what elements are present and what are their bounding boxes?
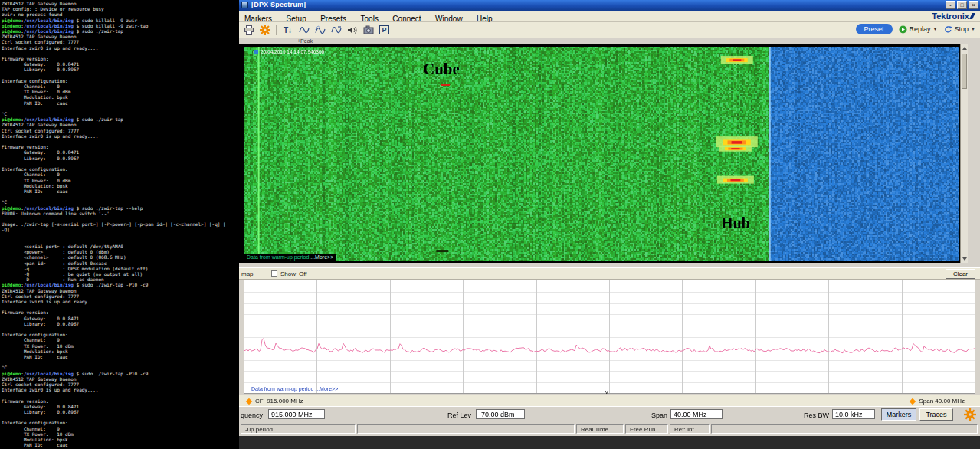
statusbar-ref: Ref: Int <box>670 424 710 434</box>
statusbar-run-mode: Free Run <box>625 424 668 434</box>
statusbar-empty-2 <box>711 424 978 434</box>
print-icon[interactable] <box>242 24 255 36</box>
frequency-input[interactable] <box>268 409 325 419</box>
span-readout: Span 40.00 MHz <box>910 398 965 405</box>
dpx-spectrogram[interactable]: 26/04/2019 14:14:07.946366 Cube Hub Data… <box>239 44 968 263</box>
axis-status-row: CF 915.000 MHz Span 40.00 MHz <box>239 395 980 406</box>
toolbar-separator <box>276 25 277 35</box>
statusbar-warmup-truncated: -up period <box>241 424 356 434</box>
settings-gear-icon[interactable] <box>258 24 271 36</box>
maximize-button[interactable]: □ <box>957 1 967 9</box>
tektronix-logo: Tektronix <box>932 11 974 21</box>
cf-diamond-icon <box>246 398 252 404</box>
toolbar-icons: T↓ P <box>242 24 391 36</box>
detector-row: +Peak <box>239 38 980 44</box>
more-link[interactable]: ...More>> <box>315 386 338 392</box>
dpx-sine-icon[interactable] <box>313 24 326 36</box>
stop-button[interactable]: Stop ▼ <box>944 25 975 34</box>
chevron-down-icon: ▼ <box>971 27 975 31</box>
toolbar: T↓ P Preset <box>239 22 980 38</box>
off-label: Off <box>299 270 307 277</box>
window-title: [DPX Spectrum] <box>251 1 306 8</box>
dpxogram-bar: map Show Off Clear <box>239 267 980 280</box>
legend-green-swatch <box>248 50 252 54</box>
annotation-hub: Hub <box>721 215 750 232</box>
scroll-up-icon[interactable] <box>962 47 967 50</box>
spectrum-warmup-note[interactable]: Data from warm-up period ...More>> <box>251 386 338 392</box>
controls-row: quency Ref Lev Span Res BW Markers Trace… <box>239 406 980 423</box>
close-button[interactable]: × <box>969 1 978 9</box>
app-icon <box>241 2 248 8</box>
pulse-sine-icon[interactable] <box>329 24 343 36</box>
spectrogram-scrollbar[interactable] <box>960 44 968 263</box>
res-bw-input[interactable] <box>832 409 875 419</box>
dpx-spectrogram-canvas[interactable] <box>244 47 959 261</box>
bitmap-label-truncated: map <box>241 270 254 277</box>
spectrogram-timestamp: 26/04/2019 14:14:07.946366 <box>248 49 324 54</box>
settings-gear-icon[interactable] <box>964 408 977 421</box>
preset-p-icon[interactable]: P <box>378 24 391 36</box>
trigger-position-marker: v <box>605 389 608 395</box>
show-checkbox[interactable] <box>271 270 277 277</box>
audio-speaker-icon[interactable] <box>346 24 359 36</box>
screen: ZWIR4512 TAP Gateway DaemonTAP config: :… <box>0 0 980 449</box>
markers-button[interactable]: Markers <box>881 408 916 421</box>
traces-button[interactable]: Traces <box>919 408 953 421</box>
detector-label: +Peak <box>297 38 313 44</box>
scroll-down-icon[interactable] <box>962 257 967 261</box>
spectrum-sine-icon[interactable] <box>297 24 310 36</box>
replay-button[interactable]: Replay ▼ <box>899 25 938 34</box>
menubar: Markers Setup Presets Tools Connect Wind… <box>239 11 980 22</box>
window-buttons: - □ × <box>946 1 978 9</box>
spectrum-chart[interactable]: Data from warm-up period ...More>> v <box>244 280 975 394</box>
chevron-down-icon: ▼ <box>933 27 938 31</box>
annotation-cube: Cube <box>423 60 460 79</box>
spectrum-canvas[interactable] <box>244 280 975 394</box>
show-label: Show <box>280 270 296 277</box>
more-link[interactable]: ...More>> <box>310 254 333 260</box>
ref-level-input[interactable] <box>476 409 525 419</box>
stop-restart-icon <box>944 25 952 34</box>
span-input[interactable] <box>670 409 723 419</box>
toolbar-right: Preset Replay ▼ Stop ▼ <box>856 24 975 34</box>
preset-button[interactable]: Preset <box>856 24 893 34</box>
dpx-spectrum-window: [DPX Spectrum] - □ × Markers Setup Prese… <box>239 0 980 449</box>
terminal-output: ZWIR4512 TAP Gateway DaemonTAP config: :… <box>2 1 239 447</box>
replay-icon <box>899 25 907 34</box>
scrollbar-thumb[interactable] <box>962 54 967 89</box>
ref-level-label: Ref Lev <box>447 411 471 419</box>
clear-button[interactable]: Clear <box>946 269 975 279</box>
span-diamond-icon <box>910 398 916 404</box>
statusbar-empty-1 <box>357 424 575 434</box>
cf-readout: CF 915.000 MHz <box>247 398 303 405</box>
desktop-strip <box>239 436 980 449</box>
legend-blue-swatch <box>254 50 258 54</box>
res-bw-label: Res BW <box>804 411 829 419</box>
spectrogram-warmup-note[interactable]: Data from warm-up period ...More>> <box>244 254 336 261</box>
terminal-window[interactable]: ZWIR4512 TAP Gateway DaemonTAP config: :… <box>0 0 239 449</box>
capture-camera-icon[interactable] <box>362 24 375 36</box>
minimize-button[interactable]: - <box>946 1 955 9</box>
trigger-icon[interactable]: T↓ <box>281 24 294 36</box>
frequency-label-truncated: quency <box>241 411 263 419</box>
statusbar-acq-mode: Real Time <box>576 424 624 434</box>
titlebar[interactable]: [DPX Spectrum] - □ × <box>239 0 980 11</box>
span-label: Span <box>651 411 667 419</box>
statusbar: -up period Real Time Free Run Ref: Int <box>239 423 980 436</box>
